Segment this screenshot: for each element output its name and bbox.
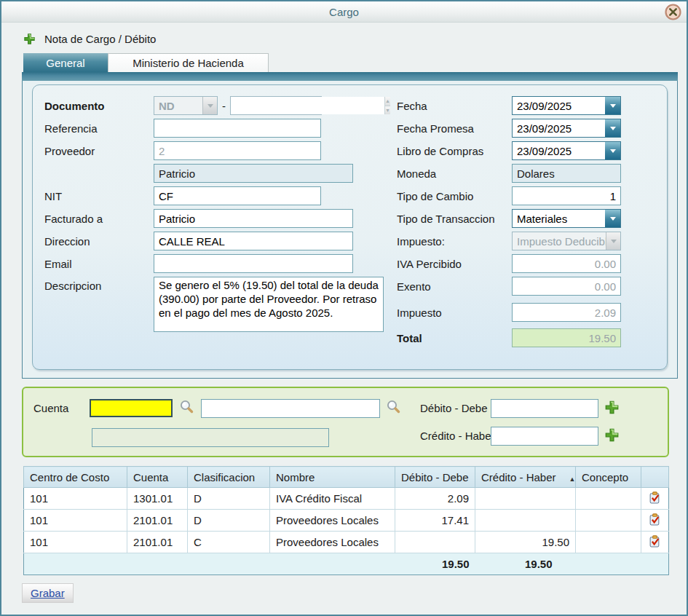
- debito-input[interactable]: [491, 399, 598, 418]
- title-bar: Cargo: [1, 1, 687, 23]
- totals-row: 19.50 19.50: [24, 553, 669, 575]
- fecha-datepicker[interactable]: 23/09/2025: [512, 96, 621, 115]
- fecha-promesa-datepicker[interactable]: 23/09/2025: [512, 119, 621, 138]
- chevron-down-icon: [605, 142, 620, 159]
- col-header-cuenta[interactable]: Cuenta: [127, 467, 188, 488]
- tab-strip: General Ministerio de Hacienda: [23, 53, 269, 72]
- total-credito: 19.50: [475, 553, 576, 575]
- descripcion-label: Descripcion: [33, 277, 154, 292]
- add-credito-icon[interactable]: [604, 427, 620, 443]
- search-icon[interactable]: [179, 399, 195, 415]
- impuesto-select: Impuesto Deducibl: [512, 232, 621, 250]
- fecha-promesa-label: Fecha Promesa: [388, 122, 512, 135]
- facturado-input[interactable]: [154, 209, 353, 228]
- tipo-transaccion-label: Tipo de Transaccion: [388, 213, 512, 225]
- chevron-down-icon: [606, 232, 620, 250]
- tipo-cambio-label: Tipo de Cambio: [388, 190, 512, 202]
- documento-separator: -: [222, 100, 226, 112]
- table-header-row: Centro de Costo Cuenta Clasificacion Nom…: [24, 467, 669, 488]
- sort-asc-icon: ▲: [569, 475, 576, 483]
- edit-row-icon[interactable]: [649, 491, 661, 504]
- cargo-dialog: Cargo Nota de Cargo / Débito General Min…: [0, 0, 688, 616]
- edit-row-icon[interactable]: [649, 513, 661, 526]
- chevron-down-icon: [202, 97, 217, 114]
- add-debito-icon[interactable]: [604, 400, 620, 415]
- libro-compras-label: Libro de Compras: [388, 145, 512, 157]
- table-row[interactable]: 101 1301.01 D IVA Crédito Fiscal 2.09: [24, 488, 669, 510]
- account-entry-panel: Cuenta Débito - Debe Crédit: [22, 387, 669, 457]
- total-debito: 19.50: [395, 553, 475, 575]
- referencia-label: Referencia: [33, 122, 154, 135]
- documento-numero-stepper: ▲▼: [230, 96, 322, 115]
- tab-ministerio-de-hacienda[interactable]: Ministerio de Hacienda: [108, 53, 269, 72]
- chevron-down-icon: [605, 97, 620, 114]
- search-icon[interactable]: [386, 399, 402, 415]
- journal-lines-table: Centro de Costo Cuenta Clasificacion Nom…: [23, 466, 669, 575]
- credito-input[interactable]: [491, 427, 598, 446]
- iva-percibido-label: IVA Percibido: [388, 258, 512, 270]
- close-icon[interactable]: [665, 4, 681, 20]
- total-label: Total: [388, 332, 512, 344]
- edit-row-icon[interactable]: [649, 535, 661, 548]
- add-note-icon[interactable]: [23, 33, 36, 45]
- grabar-button[interactable]: Grabar: [22, 583, 74, 603]
- tipo-transaccion-select[interactable]: Materiales: [512, 209, 621, 228]
- fecha-label: Fecha: [388, 100, 512, 112]
- proveedor-label: Proveedor: [33, 145, 154, 157]
- chevron-down-icon: [605, 119, 620, 137]
- chevron-down-icon: [605, 210, 620, 227]
- col-header-debito-debe[interactable]: Débito - Debe: [395, 467, 475, 488]
- moneda-field: Dolares: [512, 164, 621, 183]
- exento-label: Exento: [388, 280, 512, 293]
- documento-tipo-select: ND: [154, 96, 218, 115]
- cuenta-busqueda-input[interactable]: [201, 399, 380, 418]
- col-header-clasificacion[interactable]: Clasificacion: [188, 467, 270, 488]
- proveedor-codigo-input: [154, 141, 321, 160]
- total-field: 19.50: [512, 328, 621, 347]
- cuenta-label: Cuenta: [33, 402, 68, 414]
- documento-label: Documento: [33, 100, 154, 112]
- facturado-label: Facturado a: [33, 213, 154, 225]
- direccion-label: Direccion: [33, 235, 154, 248]
- documento-numero-input: [231, 97, 384, 114]
- referencia-input[interactable]: [154, 119, 321, 138]
- page-title: Nota de Cargo / Débito: [44, 33, 156, 45]
- iva-percibido-input: [512, 254, 621, 273]
- col-header-credito-haber[interactable]: Crédito - Haber▲: [475, 467, 576, 488]
- impuesto-select-label: Impuesto:: [388, 235, 512, 248]
- col-header-nombre[interactable]: Nombre: [270, 467, 395, 488]
- direccion-input[interactable]: [154, 232, 353, 250]
- cuenta-nombre-field: [92, 428, 329, 447]
- tab-strip-underline: [22, 72, 678, 81]
- proveedor-nombre-field: Patricio: [154, 164, 353, 183]
- impuesto-label: Impuesto: [388, 307, 512, 319]
- table-row[interactable]: 101 2101.01 D Proveedores Locales 17.41: [24, 510, 669, 532]
- nit-input[interactable]: [154, 186, 321, 205]
- general-tab-panel: Documento ND - ▲▼ Referencia: [22, 81, 678, 379]
- nit-label: NIT: [33, 190, 154, 202]
- window-title: Cargo: [329, 6, 359, 18]
- col-header-centro-de-costo[interactable]: Centro de Costo: [24, 467, 127, 488]
- col-header-actions: [641, 467, 669, 488]
- impuesto-input: [512, 303, 621, 322]
- email-input[interactable]: [154, 254, 353, 273]
- tipo-cambio-input[interactable]: [512, 186, 621, 205]
- col-header-concepto[interactable]: Concepto: [576, 467, 641, 488]
- email-label: Email: [33, 258, 154, 270]
- descripcion-textarea[interactable]: Se genero el 5% (19.50) del total de la …: [154, 277, 384, 332]
- credito-label: Crédito - Haber: [420, 430, 495, 442]
- cuenta-codigo-input[interactable]: [90, 399, 173, 417]
- tab-general[interactable]: General: [23, 53, 108, 72]
- debito-label: Débito - Debe: [420, 402, 488, 414]
- document-groupbox: Documento ND - ▲▼ Referencia: [32, 84, 668, 370]
- moneda-label: Moneda: [388, 167, 512, 180]
- table-row[interactable]: 101 2101.01 C Proveedores Locales 19.50: [24, 532, 669, 553]
- exento-input: [512, 277, 621, 296]
- libro-compras-datepicker[interactable]: 23/09/2025: [512, 141, 621, 160]
